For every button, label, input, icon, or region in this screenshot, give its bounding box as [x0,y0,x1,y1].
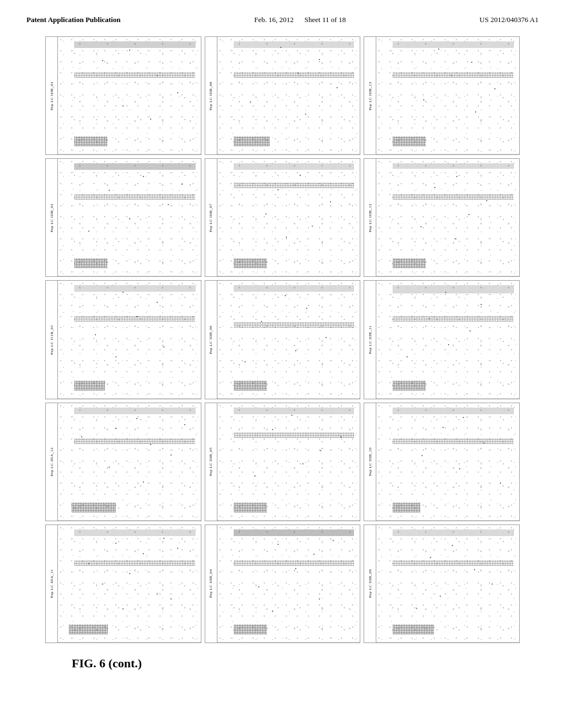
main-content: Pep LC IIIA_11 [0,31,565,698]
panel-label-text: Pep LC IIIB_03 [50,82,54,110]
panel-iiib-12: Pep LC IIIB_12 [364,158,520,277]
panel-label-text: Pep LC I11B_01 [50,325,54,355]
figure-caption-area: FIG. 6 (cont.) [45,643,520,687]
panel-iiib-13: Pep LC IIIB_13 [364,36,520,155]
panel-label-text: Pep LC IIIB_04 [209,569,213,598]
panel-iiib-11: Pep LC IIIB_11 [364,280,520,399]
panel-iiia-12: Pep LC IIIA_12 [45,403,201,521]
panel-iiib-02: Pep LC IIIB_02 [45,158,201,277]
panel-label-text: Pep LC IIIB_13 [368,82,372,110]
page-header: Patent Application Publication Feb. 16, … [0,0,565,31]
panel-label-text: Pep LC IIIB_07 [209,204,213,232]
panel-iiib-07: Pep LC IIIB_07 [205,158,361,277]
panel-label-text: Pep LC IIIA_12 [50,447,54,477]
panel-iiib-08: Pep LC IIIB_08 [205,36,361,155]
panel-label-text: Pep LC IIIB_10 [368,447,372,476]
panel-label-text: Pep LC IIIB_09 [368,569,372,598]
panel-i11b-01: Pep LC I11B_01 [45,280,201,399]
panel-iiia-11: Pep LC IIIA_11 [45,524,201,643]
panel-iiib-03: Pep LC IIIB_03 [45,36,201,155]
panel-label-text: Pep LC IIIA_11 [50,569,54,598]
panel-label-text: Pep LC IIIB_08 [209,82,213,110]
panel-iiib-10: Pep LC IIIB_10 [364,403,520,521]
figure-label: FIG. 6 (cont.) [72,656,142,671]
panel-label-text: Pep LC IIIB_12 [368,204,372,232]
publication-label: Patent Application Publication [26,15,120,24]
panel-iiib-09: Pep LC IIIB_09 [364,524,520,643]
panel-label-text: Pep LC IIIB_06 [209,325,213,354]
date-sheet: Feb. 16, 2012 Sheet 11 of 18 [254,15,346,24]
panel-iiib-06: Pep LC IIIB_06 [205,280,361,399]
panel-label-text: Pep LC IIIB_02 [50,204,54,232]
panel-iiib-05: Pep LC IIIB_05 [205,403,361,521]
patent-number: US 2012/040376 A1 [479,15,539,24]
panel-iiib-04: Pep LC IIIB_04 [205,524,361,643]
panel-label-text: Pep LC IIIB_11 [368,325,372,354]
panel-label-text: Pep LC IIIB_05 [209,447,213,476]
panel-grid: Pep LC IIIA_11 [45,36,520,643]
